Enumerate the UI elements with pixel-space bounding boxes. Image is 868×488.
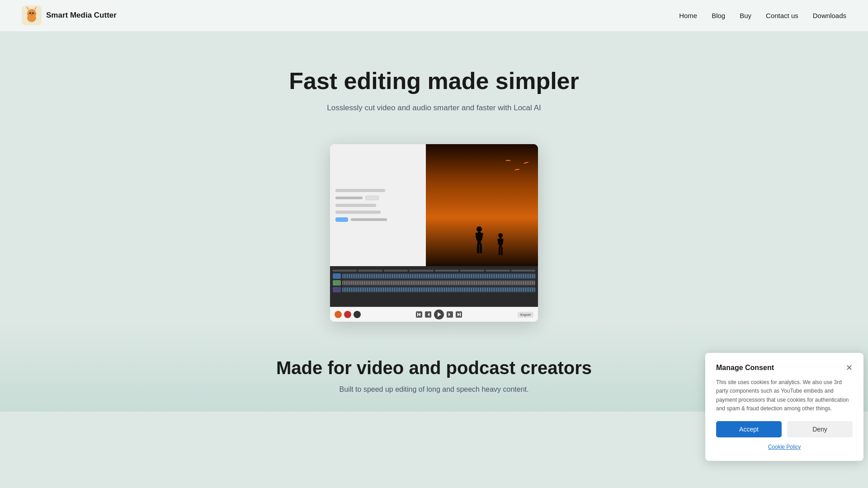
ruler-tick — [358, 270, 382, 272]
svg-point-20 — [498, 233, 503, 238]
svg-marker-26 — [418, 313, 420, 316]
icon-circle-red — [344, 311, 351, 318]
nav-downloads[interactable]: Downloads — [813, 12, 846, 19]
export-button[interactable]: Export — [518, 312, 533, 318]
ruler-tick — [384, 270, 408, 272]
svg-marker-29 — [448, 313, 450, 316]
screenshot-top — [330, 144, 538, 266]
track-content-1 — [342, 273, 535, 279]
track-label-1 — [333, 273, 341, 279]
ruler-tick — [460, 270, 484, 272]
panel-select-row-1 — [335, 196, 379, 200]
nav-contact[interactable]: Contact us — [766, 12, 798, 19]
track-content-2 — [342, 280, 535, 286]
panel-btn-row — [335, 217, 387, 222]
track-label-2 — [333, 280, 341, 286]
cookie-policy-link[interactable]: Cookie Policy — [716, 444, 853, 450]
nav-buy[interactable]: Buy — [740, 12, 751, 19]
deny-button[interactable]: Deny — [787, 421, 853, 437]
track-content-3 — [342, 287, 535, 292]
consent-close-button[interactable]: ✕ — [846, 364, 853, 372]
ruler-tick — [333, 270, 357, 272]
svg-point-2 — [27, 9, 36, 18]
svg-point-14 — [476, 226, 482, 232]
svg-rect-31 — [460, 313, 461, 316]
timeline-ruler — [333, 270, 535, 272]
hero-section: Fast editing made simpler Losslessly cut… — [0, 31, 868, 131]
panel-select-1 — [365, 196, 379, 200]
panel-btn — [335, 217, 348, 222]
ruler-tick — [511, 270, 535, 272]
step-forward-btn — [447, 311, 453, 318]
app-screenshot-container: Export — [0, 131, 868, 322]
consent-title: Manage Consent — [716, 364, 774, 372]
svg-point-9 — [30, 13, 31, 13]
track-wave-2 — [342, 281, 535, 285]
consent-header: Manage Consent ✕ — [716, 364, 853, 372]
panel-text-1 — [335, 189, 385, 192]
video-preview-panel — [426, 144, 538, 266]
header: Smart Media Cutter Home Blog Buy Contact… — [0, 0, 868, 31]
track-row-2 — [333, 280, 535, 286]
nav-blog[interactable]: Blog — [712, 12, 725, 19]
track-wave-3 — [342, 288, 535, 291]
bird-1 — [524, 162, 529, 165]
svg-marker-28 — [428, 313, 429, 316]
track-label-3 — [333, 287, 341, 292]
panel-text-3 — [335, 211, 381, 214]
bird-3 — [505, 160, 511, 162]
timeline-panel — [330, 266, 538, 307]
logo-area: Smart Media Cutter — [22, 5, 117, 25]
skip-back-btn — [416, 311, 422, 318]
svg-rect-19 — [480, 244, 482, 253]
svg-marker-30 — [458, 313, 460, 316]
panel-text-2 — [335, 204, 376, 207]
panel-label-2 — [351, 218, 387, 221]
hero-title: Fast editing made simpler — [9, 67, 859, 94]
logo-icon — [22, 5, 42, 25]
left-panel — [330, 144, 426, 266]
ruler-tick — [409, 270, 433, 272]
step-back-btn — [425, 311, 431, 318]
ruler-tick — [486, 270, 509, 272]
play-button[interactable] — [434, 310, 444, 319]
silhouette-1 — [473, 225, 486, 257]
playback-controls — [416, 310, 462, 319]
consent-body: This site uses cookies for analytics. We… — [716, 378, 853, 413]
svg-rect-25 — [501, 247, 503, 255]
svg-point-8 — [32, 12, 34, 14]
nav-home[interactable]: Home — [679, 12, 697, 19]
svg-rect-18 — [477, 244, 479, 253]
nav: Home Blog Buy Contact us Downloads — [679, 12, 846, 19]
screenshot-bottombar: Export — [330, 307, 538, 322]
play-triangle-icon — [438, 312, 441, 317]
app-screenshot: Export — [330, 144, 538, 322]
video-frame — [426, 144, 538, 266]
ruler-tick — [435, 270, 459, 272]
svg-rect-24 — [499, 247, 500, 255]
skip-forward-btn — [456, 311, 462, 318]
svg-point-11 — [31, 14, 33, 15]
svg-point-7 — [29, 12, 31, 14]
logo-title: Smart Media Cutter — [46, 11, 117, 20]
track-row-3 — [333, 287, 535, 292]
panel-label-1 — [335, 197, 363, 199]
svg-rect-27 — [417, 313, 418, 316]
icon-circle-orange — [335, 311, 342, 318]
consent-banner: Manage Consent ✕ This site uses cookies … — [705, 353, 863, 461]
icon-circle-dark — [354, 311, 361, 318]
silhouette-2 — [495, 232, 505, 257]
hero-subtitle: Losslessly cut video and audio smarter a… — [9, 103, 859, 113]
consent-buttons: Accept Deny — [716, 421, 853, 437]
bird-2 — [514, 169, 520, 172]
svg-point-10 — [33, 13, 33, 13]
track-row-1 — [333, 273, 535, 279]
timeline-tracks — [333, 273, 535, 292]
accept-button[interactable]: Accept — [716, 421, 782, 437]
track-wave-1 — [342, 274, 535, 278]
bottom-icons — [335, 311, 361, 318]
